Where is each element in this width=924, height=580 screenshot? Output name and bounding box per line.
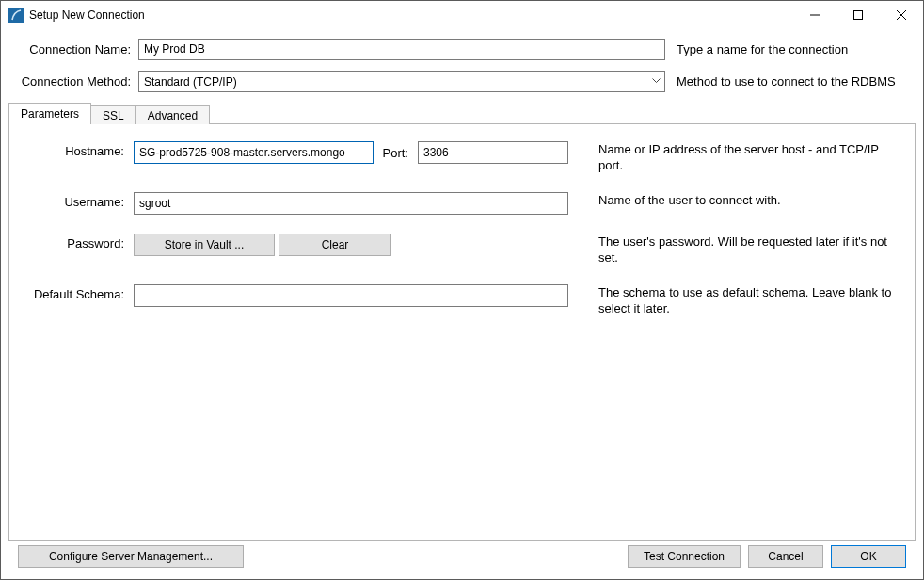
port-label: Port:: [383, 146, 408, 160]
footer: Configure Server Management... Test Conn…: [8, 541, 916, 579]
connection-method-select[interactable]: Standard (TCP/IP): [138, 71, 665, 92]
app-icon: [8, 8, 24, 23]
svg-rect-0: [8, 8, 24, 23]
cancel-button[interactable]: Cancel: [748, 545, 823, 568]
svg-rect-2: [854, 11, 863, 20]
row-password: Password: Store in Vault ... Clear The u…: [21, 234, 903, 266]
connection-method-hint: Method to use to connect to the RDBMS: [665, 74, 916, 89]
tab-ssl[interactable]: SSL: [91, 105, 136, 124]
tabstrip: Parameters SSL Advanced: [8, 103, 916, 123]
titlebar: Setup New Connection: [1, 1, 923, 29]
hostname-hint: Name or IP address of the server host - …: [568, 141, 903, 173]
default-schema-hint: The schema to use as default schema. Lea…: [568, 284, 903, 316]
window-title: Setup New Connection: [29, 8, 793, 22]
hostname-input[interactable]: [134, 141, 374, 164]
row-username: Username: Name of the user to connect wi…: [21, 192, 903, 215]
close-button[interactable]: [880, 1, 923, 29]
connection-name-input[interactable]: [138, 39, 665, 60]
minimize-button[interactable]: [793, 1, 836, 29]
default-schema-input[interactable]: [134, 284, 568, 307]
connection-name-hint: Type a name for the connection: [665, 42, 916, 56]
clear-password-button[interactable]: Clear: [279, 234, 391, 256]
connection-name-label: Connection Name:: [8, 42, 138, 56]
test-connection-button[interactable]: Test Connection: [628, 545, 741, 568]
tabs-container: Parameters SSL Advanced Hostname: Port: …: [8, 103, 916, 541]
row-connection-method: Connection Method: Standard (TCP/IP) Met…: [8, 65, 916, 97]
default-schema-label: Default Schema:: [21, 284, 134, 301]
client-area: Connection Name: Type a name for the con…: [1, 29, 923, 579]
password-hint: The user's password. Will be requested l…: [568, 234, 903, 266]
chevron-down-icon: [647, 72, 664, 91]
configure-server-management-button[interactable]: Configure Server Management...: [18, 545, 244, 568]
username-label: Username:: [21, 192, 134, 209]
store-in-vault-button[interactable]: Store in Vault ...: [134, 234, 275, 256]
tabpanel-parameters: Hostname: Port: Name or IP address of th…: [8, 123, 916, 541]
ok-button[interactable]: OK: [831, 545, 906, 568]
tab-parameters[interactable]: Parameters: [8, 103, 91, 123]
tab-advanced[interactable]: Advanced: [136, 105, 210, 124]
row-connection-name: Connection Name: Type a name for the con…: [8, 33, 916, 65]
username-hint: Name of the user to connect with.: [568, 192, 903, 208]
port-input[interactable]: [418, 141, 568, 164]
maximize-button[interactable]: [836, 1, 880, 29]
setup-connection-window: Setup New Connection Connection Name: Ty…: [0, 0, 924, 580]
hostname-label: Hostname:: [21, 141, 134, 158]
username-input[interactable]: [134, 192, 568, 215]
connection-method-value: Standard (TCP/IP): [138, 71, 665, 92]
connection-method-label: Connection Method:: [8, 74, 138, 89]
row-hostname: Hostname: Port: Name or IP address of th…: [21, 141, 903, 173]
row-default-schema: Default Schema: The schema to use as def…: [21, 284, 903, 316]
password-label: Password:: [21, 234, 134, 250]
